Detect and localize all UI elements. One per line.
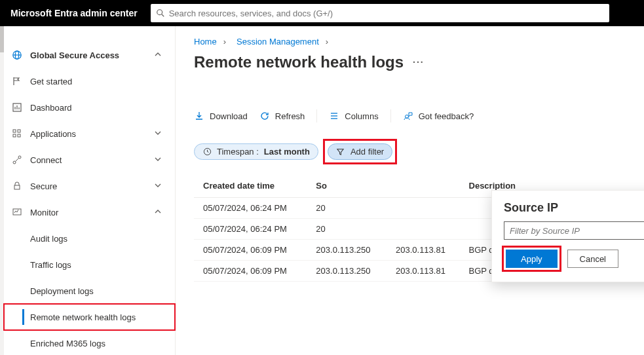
more-icon[interactable]: ···: [413, 57, 425, 67]
sidebar-item-applications[interactable]: Applications: [4, 121, 175, 147]
sidebar-header-label: Global Secure Access: [30, 50, 146, 60]
sidebar-item-label: Remote network health logs: [30, 312, 163, 322]
connect-icon: [12, 155, 22, 165]
filter-timespan[interactable]: Timespan : Last month: [194, 143, 318, 160]
product-title: Microsoft Entra admin center: [10, 8, 138, 18]
svg-rect-10: [18, 130, 20, 132]
cancel-button[interactable]: Cancel: [567, 250, 618, 268]
button-label: Columns: [345, 111, 378, 121]
sidebar-header-global-secure-access[interactable]: Global Secure Access: [4, 42, 175, 68]
svg-line-1: [161, 14, 164, 17]
svg-point-0: [157, 10, 162, 15]
sidebar-item-label: Monitor: [30, 208, 146, 217]
search-icon: [156, 9, 165, 18]
top-bar: Microsoft Entra admin center: [0, 0, 644, 26]
chevron-down-icon: [154, 129, 163, 138]
sidebar-item-monitor[interactable]: Monitor: [4, 199, 175, 225]
sidebar-item-traffic-logs[interactable]: Traffic logs: [4, 252, 175, 278]
feedback-icon: [403, 111, 413, 121]
sidebar-item-label: Get started: [30, 77, 163, 86]
download-button[interactable]: Download: [194, 111, 248, 121]
sidebar-item-label: Secure: [30, 181, 146, 191]
col-dest[interactable]: [387, 174, 460, 198]
refresh-button[interactable]: Refresh: [259, 111, 305, 121]
popover-title: Source IP: [504, 201, 644, 215]
svg-rect-9: [13, 130, 16, 132]
clock-icon: [202, 147, 212, 157]
button-label: Got feedback?: [419, 111, 474, 121]
button-label: Download: [210, 111, 248, 121]
apps-icon: [12, 128, 22, 139]
globe-icon: [12, 50, 22, 60]
page-title: Remote network health logs ···: [194, 53, 626, 71]
svg-rect-11: [13, 134, 16, 137]
global-search[interactable]: [151, 4, 609, 22]
sidebar-item-label: Enriched M365 logs: [30, 339, 163, 348]
chevron-down-icon: [154, 155, 163, 164]
sidebar-item-secure[interactable]: Secure: [4, 173, 175, 199]
sidebar: Global Secure Access Get started Dashboa…: [4, 26, 176, 355]
command-bar: Download Refresh Columns Got feedback?: [194, 104, 626, 128]
sidebar-item-label: Deployment logs: [30, 286, 163, 296]
chevron-up-icon: [154, 50, 163, 60]
chevron-up-icon: [154, 208, 163, 217]
sidebar-item-remote-network-health-logs[interactable]: Remote network health logs: [4, 304, 175, 330]
columns-icon: [329, 111, 339, 121]
col-source[interactable]: So: [307, 174, 387, 198]
breadcrumb: Home› Session Management›: [194, 37, 626, 47]
svg-point-14: [18, 156, 21, 159]
filter-bar: Timespan : Last month Add filter: [194, 141, 626, 162]
sidebar-item-label: Audit logs: [30, 234, 163, 244]
sidebar-item-connect[interactable]: Connect: [4, 147, 175, 173]
sidebar-item-label: Traffic logs: [30, 260, 163, 270]
button-label: Add filter: [350, 147, 384, 157]
filter-value: Last month: [264, 147, 310, 157]
lock-icon: [12, 181, 22, 191]
separator: [390, 109, 391, 122]
separator: [316, 109, 317, 122]
sidebar-item-get-started[interactable]: Get started: [4, 68, 175, 94]
sidebar-item-label: Connect: [30, 155, 146, 165]
chevron-right-icon: ›: [223, 37, 226, 47]
svg-point-13: [13, 161, 16, 164]
flag-icon: [12, 76, 22, 86]
monitor-icon: [12, 207, 22, 217]
main-content: Home› Session Management› Remote network…: [176, 26, 644, 355]
highlight-apply: Apply: [504, 248, 559, 270]
chevron-right-icon: ›: [326, 37, 328, 47]
svg-rect-16: [14, 185, 20, 189]
breadcrumb-session-management[interactable]: Session Management›: [237, 37, 328, 47]
sidebar-item-label: Applications: [30, 129, 146, 139]
apply-button[interactable]: Apply: [506, 250, 558, 268]
columns-button[interactable]: Columns: [329, 111, 378, 121]
sidebar-item-dashboard[interactable]: Dashboard: [4, 94, 175, 121]
svg-line-15: [15, 158, 18, 161]
source-ip-filter-popover: Source IP Apply Cancel: [491, 190, 644, 282]
sidebar-item-audit-logs[interactable]: Audit logs: [4, 225, 175, 252]
highlight-add-filter: Add filter: [325, 141, 395, 162]
chevron-down-icon: [154, 181, 163, 191]
feedback-button[interactable]: Got feedback?: [403, 111, 474, 121]
filter-icon: [336, 147, 345, 157]
filter-label: Timespan :: [217, 147, 259, 157]
svg-rect-12: [18, 134, 20, 137]
add-filter-button[interactable]: Add filter: [328, 143, 392, 160]
source-ip-input[interactable]: [504, 221, 644, 240]
sidebar-item-enriched-m365-logs[interactable]: Enriched M365 logs: [4, 330, 175, 355]
breadcrumb-home[interactable]: Home›: [194, 37, 226, 47]
sidebar-item-deployment-logs[interactable]: Deployment logs: [4, 278, 175, 304]
download-icon: [194, 111, 204, 121]
button-label: Refresh: [275, 111, 305, 121]
main-scrollbar[interactable]: [639, 26, 644, 355]
refresh-icon: [259, 111, 270, 121]
col-created[interactable]: Created date time: [194, 174, 307, 198]
search-input[interactable]: [169, 9, 604, 18]
dashboard-icon: [12, 102, 22, 113]
sidebar-item-label: Dashboard: [30, 103, 163, 113]
